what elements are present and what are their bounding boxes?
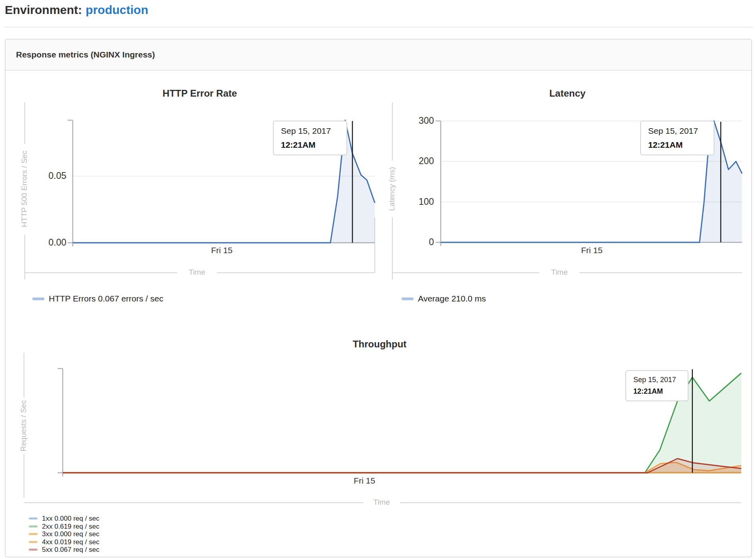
- x-axis-label-line: [25, 272, 177, 273]
- page-title: Environment:production: [5, 3, 148, 17]
- chart-tooltip: Sep 15, 201712:21AM: [640, 121, 714, 155]
- legend-swatch: [29, 549, 38, 551]
- x-axis-label-latency: Time: [527, 268, 591, 277]
- y-axis-label-latency: Latency (ms): [388, 105, 397, 273]
- x-axis-label-throughput: Time: [350, 498, 414, 507]
- y-tick-label: 0.05: [22, 170, 66, 181]
- legend-swatch: [29, 517, 38, 519]
- series-line-4xx: [63, 462, 741, 473]
- tooltip-date: Sep 15, 2017: [648, 126, 706, 136]
- chart-title-error-rate: HTTP Error Rate: [60, 88, 340, 99]
- series-area-4xx: [63, 462, 741, 473]
- legend-label: 2xx 0.619 req / sec: [42, 522, 99, 530]
- y-tick-label: 0: [390, 237, 434, 248]
- legend-label: 4xx 0.019 req / sec: [42, 538, 99, 545]
- legend-label: 5xx 0.067 req / sec: [42, 546, 99, 553]
- legend-label: 1xx 0.000 req / sec: [42, 515, 99, 522]
- chart-tooltip: Sep 15, 201712:21AM: [273, 121, 347, 155]
- header-divider: [4, 27, 753, 28]
- tooltip-date: Sep 15, 2017: [281, 126, 339, 136]
- chart-tooltip: Sep 15, 201712:21AM: [625, 370, 688, 401]
- x-axis-label-line: [400, 502, 741, 503]
- legend-item: 3xx 0.000 req / sec: [29, 530, 99, 538]
- y-tick-label: 0.00: [22, 237, 66, 248]
- legend-swatch: [29, 525, 38, 527]
- legend-swatch: [402, 297, 414, 300]
- chart-title-throughput: Throughput: [240, 339, 519, 350]
- tooltip-time: 12:21AM: [633, 387, 680, 396]
- page-title-label: Environment:: [5, 3, 82, 16]
- tooltip-time: 12:21AM: [648, 140, 706, 150]
- tooltip-time: 12:21AM: [281, 140, 339, 150]
- legend-label: 3xx 0.000 req / sec: [42, 530, 99, 538]
- x-axis-label-line: [217, 272, 375, 273]
- legend-swatch: [32, 297, 44, 300]
- x-axis-label-line: [579, 272, 742, 273]
- legend-swatch: [29, 533, 38, 535]
- x-axis-label-line: [392, 272, 539, 273]
- legend-label: HTTP Errors 0.067 errors / sec: [49, 294, 163, 303]
- panel-title: Response metrics (NGINX Ingress): [6, 40, 751, 71]
- x-axis-label-error-rate: Time: [165, 268, 229, 277]
- legend-item: 5xx 0.067 req / sec: [29, 545, 99, 553]
- legend-label: Average 210.0 ms: [418, 294, 486, 303]
- y-tick-label: 200: [390, 156, 434, 167]
- legend-item: HTTP Errors 0.067 errors / sec: [32, 293, 163, 303]
- y-tick-label: 300: [390, 115, 434, 126]
- legend-swatch: [29, 541, 38, 543]
- legend-item: 1xx 0.000 req / sec: [29, 514, 99, 522]
- y-tick-label: 100: [390, 196, 434, 207]
- series-line-5xx: [63, 459, 741, 473]
- y-axis-label-throughput: Requests / Sec: [19, 342, 29, 509]
- environment-metrics-page: Environment:production Response metrics …: [0, 0, 756, 559]
- legend-item: Average 210.0 ms: [402, 293, 486, 303]
- series-area-5xx: [63, 459, 741, 473]
- legend-item: 4xx 0.019 req / sec: [29, 538, 99, 546]
- tooltip-date: Sep 15, 2017: [633, 376, 680, 384]
- legend-item: 2xx 0.619 req / sec: [29, 522, 99, 530]
- x-axis-label-line: [24, 502, 363, 503]
- environment-link[interactable]: production: [86, 3, 148, 16]
- chart-title-latency: Latency: [428, 88, 707, 99]
